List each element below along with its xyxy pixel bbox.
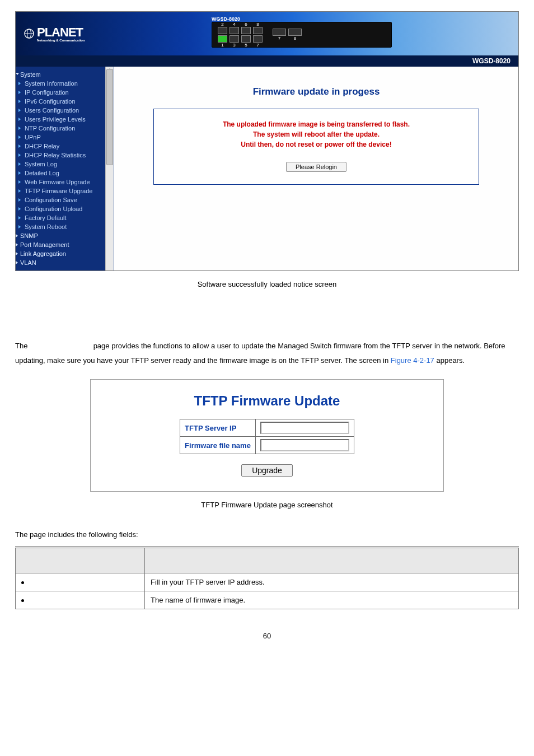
tftp-description: The page provides the functions to allow…: [15, 339, 519, 368]
fields-header-object: [16, 548, 145, 573]
fields-intro: The page includes the following fields:: [15, 530, 519, 539]
sidebar: ▴ System System Information IP Configura…: [16, 67, 114, 270]
table-row: Fill in your TFTP server IP address.: [16, 573, 519, 591]
sidebar-item-web-fw-upgrade[interactable]: Web Firmware Upgrade: [16, 178, 114, 186]
field-desc: Fill in your TFTP server IP address.: [145, 573, 519, 591]
switch-model-label: WGSD-8020: [212, 16, 392, 22]
caption-tftp: TFTP Firmware Update page screenshot: [15, 501, 519, 509]
logo-text: PLANET: [37, 25, 83, 39]
sidebar-item-users-privilege[interactable]: Users Privilege Levels: [16, 115, 114, 124]
tftp-title: TFTP Firmware Update: [102, 393, 432, 409]
sidebar-item-system-information[interactable]: System Information: [16, 79, 114, 88]
upgrade-button[interactable]: Upgrade: [241, 464, 293, 477]
caption-screenshot1: Software successfully loaded notice scre…: [15, 280, 519, 288]
sidebar-item-factory-default[interactable]: Factory Default: [16, 213, 114, 222]
firmware-title: Firmware update in progess: [131, 86, 502, 97]
sidebar-item-detailed-log[interactable]: Detailed Log: [16, 169, 114, 178]
firmware-box: The uploaded firmware image is being tra…: [153, 109, 479, 185]
model-bar: WGSD-8020: [16, 55, 518, 67]
globe-icon: [24, 28, 35, 39]
tftp-form-table: TFTP Server IP Firmware file name: [180, 419, 354, 454]
sidebar-item-dhcp-relay-stats[interactable]: DHCP Relay Statistics: [16, 151, 114, 160]
sidebar-item-system-reboot[interactable]: System Reboot: [16, 222, 114, 231]
sidebar-item-vlan[interactable]: VLAN: [16, 258, 114, 267]
figure-reference: Figure 4-2-17: [391, 356, 434, 365]
bullet-icon: [21, 581, 24, 584]
relogin-button[interactable]: Please Relogin: [286, 162, 346, 172]
fields-header-desc: [145, 548, 519, 573]
sidebar-item-link-agg[interactable]: Link Aggregation: [16, 249, 114, 258]
sidebar-item-config-save[interactable]: Configuration Save: [16, 195, 114, 204]
sidebar-item-upnp[interactable]: UPnP: [16, 133, 114, 142]
bullet-icon: [21, 599, 24, 602]
tftp-filename-input[interactable]: [260, 439, 349, 451]
screenshot-tftp-update: TFTP Firmware Update TFTP Server IP Firm…: [90, 379, 444, 492]
sidebar-item-system-log[interactable]: System Log: [16, 160, 114, 169]
tftp-server-ip-label: TFTP Server IP: [180, 419, 256, 437]
sidebar-item-dhcp-relay[interactable]: DHCP Relay: [16, 142, 114, 151]
logo-subtext: Networking & Communication: [37, 39, 85, 42]
banner: PLANET Networking & Communication WGSD-8…: [16, 12, 518, 55]
fields-table: Fill in your TFTP server IP address. The…: [15, 547, 519, 609]
field-desc: The name of firmware image.: [145, 591, 519, 609]
sidebar-item-system[interactable]: System: [16, 70, 114, 79]
sidebar-item-config-upload[interactable]: Configuration Upload: [16, 204, 114, 213]
sidebar-item-ip-configuration[interactable]: IP Configuration: [16, 88, 114, 97]
sidebar-item-snmp[interactable]: SNMP: [16, 231, 114, 240]
sidebar-item-ipv6-configuration[interactable]: IPv6 Configuration: [16, 97, 114, 106]
sidebar-item-port-mgmt[interactable]: Port Management: [16, 240, 114, 249]
sidebar-item-tftp-fw-upgrade[interactable]: TFTP Firmware Upgrade: [16, 186, 114, 195]
sidebar-item-ntp[interactable]: NTP Configuration: [16, 124, 114, 133]
main-content: Firmware update in progess The uploaded …: [114, 67, 518, 270]
firmware-warning: The uploaded firmware image is being tra…: [165, 119, 467, 150]
sidebar-item-users-configuration[interactable]: Users Configuration: [16, 106, 114, 115]
tftp-server-ip-input[interactable]: [260, 422, 349, 434]
table-row: The name of firmware image.: [16, 591, 519, 609]
tftp-filename-label: Firmware file name: [180, 437, 256, 454]
screenshot-firmware-update: PLANET Networking & Communication WGSD-8…: [15, 11, 519, 271]
logo: PLANET Networking & Communication: [24, 25, 85, 42]
page-number: 60: [15, 632, 519, 640]
switch-graphic: WGSD-8020 2468 1357 78: [212, 16, 392, 48]
